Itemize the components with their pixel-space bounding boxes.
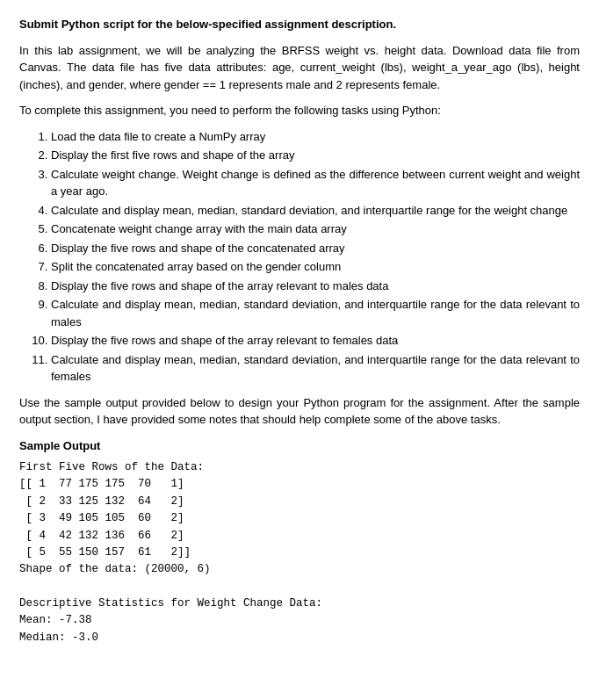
task-item-7: Split the concatenated array based on th… <box>51 258 580 276</box>
task-item-3: Calculate weight change. Weight change i… <box>51 166 580 200</box>
task-item-8: Display the five rows and shape of the a… <box>51 278 580 295</box>
tasks-list: Load the data file to create a NumPy arr… <box>51 128 580 386</box>
task-item-5: Concatenate weight change array with the… <box>51 220 580 238</box>
sample-output-code: First Five Rows of the Data: [[ 1 77 175… <box>19 459 580 646</box>
task-item-11: Calculate and display mean, median, stan… <box>51 351 580 386</box>
task-item-9: Calculate and display mean, median, stan… <box>51 296 580 330</box>
usage-paragraph: Use the sample output provided below to … <box>19 394 580 429</box>
task-item-10: Display the five rows and shape of the a… <box>51 332 580 350</box>
task-item-4: Calculate and display mean, median, stan… <box>51 202 580 220</box>
bold-intro: Submit Python script for the below-speci… <box>19 16 580 33</box>
task-item-2: Display the first five rows and shape of… <box>51 147 580 164</box>
tasks-intro: To complete this assignment, you need to… <box>19 102 580 119</box>
task-item-1: Load the data file to create a NumPy arr… <box>51 128 580 146</box>
intro-paragraph: In this lab assignment, we will be analy… <box>19 42 580 94</box>
task-item-6: Display the five rows and shape of the c… <box>51 240 580 257</box>
sample-output-title: Sample Output <box>19 437 580 455</box>
